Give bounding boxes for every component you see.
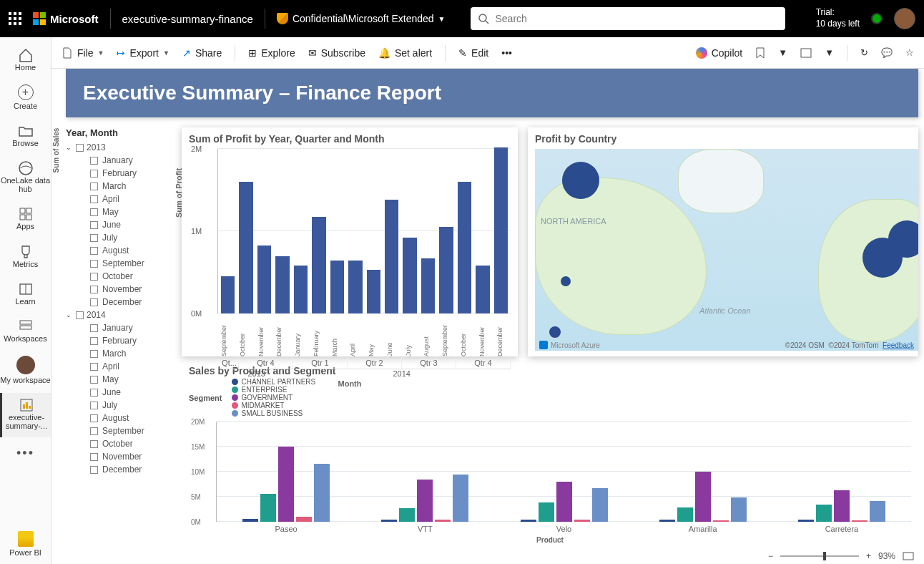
sales-bar[interactable]: [314, 464, 330, 522]
slicer-month[interactable]: August: [102, 245, 129, 256]
sales-bar[interactable]: [539, 502, 554, 522]
year-month-slicer[interactable]: Year, Month ⌄2013JanuaryFebruaryMarchApr…: [66, 127, 173, 524]
checkbox[interactable]: [90, 324, 98, 332]
slicer-month[interactable]: October: [102, 271, 133, 281]
profit-map-visual[interactable]: Profit by Country NORTH AMERICA Atlantic…: [528, 127, 918, 356]
slicer-month[interactable]: July: [102, 400, 117, 410]
nav-more[interactable]: •••: [9, 439, 41, 468]
legend-item[interactable]: GOVERNMENT: [232, 394, 315, 402]
slicer-month[interactable]: January: [102, 323, 133, 333]
profit-bar[interactable]: [421, 258, 435, 313]
expand-icon[interactable]: ⌄: [66, 311, 73, 319]
slicer-year[interactable]: 2013: [87, 142, 106, 152]
checkbox[interactable]: [90, 440, 98, 448]
search-input[interactable]: [495, 13, 778, 24]
refresh-icon[interactable]: ↻: [860, 47, 868, 58]
slicer-month[interactable]: February: [102, 168, 137, 178]
map-canvas[interactable]: NORTH AMERICA Atlantic Ocean Microsoft A…: [535, 149, 918, 351]
profit-bar[interactable]: [348, 261, 362, 313]
profit-bar[interactable]: [257, 245, 271, 313]
checkbox[interactable]: [90, 427, 98, 435]
checkbox[interactable]: [90, 286, 98, 293]
checkbox[interactable]: [90, 402, 98, 409]
checkbox[interactable]: [90, 183, 98, 190]
sales-bar[interactable]: [278, 447, 294, 522]
sales-bar[interactable]: [417, 480, 433, 522]
slicer-month[interactable]: April: [102, 361, 119, 371]
nav-home[interactable]: Home: [0, 43, 51, 79]
sales-bar[interactable]: [695, 472, 711, 522]
sales-bar[interactable]: [296, 517, 312, 522]
map-bubble[interactable]: [862, 238, 903, 278]
search-box[interactable]: [471, 7, 785, 30]
checkbox[interactable]: [90, 376, 98, 384]
checkbox[interactable]: [90, 363, 98, 371]
star-icon[interactable]: ☆: [905, 47, 914, 58]
workspace-name[interactable]: executive-summary-finance: [122, 13, 253, 25]
sales-bar[interactable]: [453, 475, 468, 522]
legend-item[interactable]: MIDMARKET: [232, 402, 315, 409]
checkbox[interactable]: [90, 273, 98, 281]
profit-bar[interactable]: [221, 276, 235, 313]
nav-current-report[interactable]: executive-summary-...: [0, 393, 51, 437]
checkbox[interactable]: [90, 221, 98, 229]
sales-bar[interactable]: [659, 520, 675, 522]
cmd-setalert[interactable]: 🔔Set alert: [378, 47, 432, 59]
slicer-month[interactable]: July: [102, 233, 117, 243]
sales-bar[interactable]: [556, 482, 572, 522]
sales-bar[interactable]: [852, 520, 868, 522]
slicer-month[interactable]: November: [102, 452, 142, 462]
slicer-month[interactable]: April: [102, 194, 119, 204]
cmd-share[interactable]: ↗Share: [182, 47, 222, 59]
slicer-month[interactable]: March: [102, 181, 126, 191]
checkbox[interactable]: [76, 144, 84, 152]
checkbox[interactable]: [90, 389, 98, 397]
slicer-year[interactable]: 2014: [87, 310, 106, 320]
chevron-down-icon[interactable]: ▼: [825, 47, 834, 58]
cmd-more[interactable]: •••: [501, 47, 512, 59]
profit-bar[interactable]: [458, 182, 471, 313]
profit-bar[interactable]: [294, 266, 308, 313]
slicer-month[interactable]: June: [102, 387, 121, 397]
sales-bar[interactable]: [713, 520, 729, 522]
map-bubble[interactable]: [549, 326, 561, 338]
status-dot-icon[interactable]: [871, 13, 883, 24]
view-icon[interactable]: [800, 48, 812, 58]
checkbox[interactable]: [90, 350, 98, 358]
sales-bar[interactable]: [816, 505, 832, 522]
checkbox[interactable]: [90, 337, 98, 345]
nav-metrics[interactable]: Metrics: [0, 240, 51, 276]
nav-learn[interactable]: Learn: [0, 277, 51, 313]
sales-bar[interactable]: [870, 501, 885, 522]
zoom-out[interactable]: −: [768, 551, 773, 561]
slicer-month[interactable]: November: [102, 284, 142, 294]
slicer-month[interactable]: December: [102, 465, 142, 475]
checkbox[interactable]: [90, 170, 98, 178]
profit-bar[interactable]: [239, 182, 252, 313]
legend-item[interactable]: SMALL BUSINESS: [232, 409, 315, 417]
sales-bar[interactable]: [381, 520, 397, 522]
checkbox[interactable]: [76, 311, 84, 319]
sales-bar[interactable]: [574, 520, 590, 522]
comment-icon[interactable]: 💬: [881, 47, 893, 58]
chevron-down-icon[interactable]: ▼: [778, 47, 787, 58]
slicer-month[interactable]: August: [102, 413, 129, 423]
nav-apps[interactable]: Apps: [0, 202, 51, 238]
slicer-month[interactable]: January: [102, 155, 133, 165]
slicer-month[interactable]: September: [102, 258, 144, 268]
cmd-export[interactable]: ↦Export▼: [117, 47, 169, 59]
sales-bar[interactable]: [677, 507, 693, 522]
zoom-in[interactable]: +: [866, 551, 871, 561]
map-bubble[interactable]: [561, 276, 571, 286]
profit-bar[interactable]: [275, 256, 289, 314]
slicer-month[interactable]: March: [102, 349, 126, 359]
nav-workspaces[interactable]: Workspaces: [0, 314, 51, 350]
nav-browse[interactable]: Browse: [0, 119, 51, 155]
sales-bar[interactable]: [399, 508, 415, 522]
sales-bar[interactable]: [260, 494, 276, 522]
map-feedback-link[interactable]: Feedback: [883, 341, 914, 349]
cmd-subscribe[interactable]: ✉Subscribe: [308, 47, 365, 59]
map-bubble[interactable]: [562, 162, 599, 199]
profit-bar[interactable]: [330, 261, 344, 313]
cmd-explore[interactable]: ⊞Explore: [248, 47, 295, 59]
